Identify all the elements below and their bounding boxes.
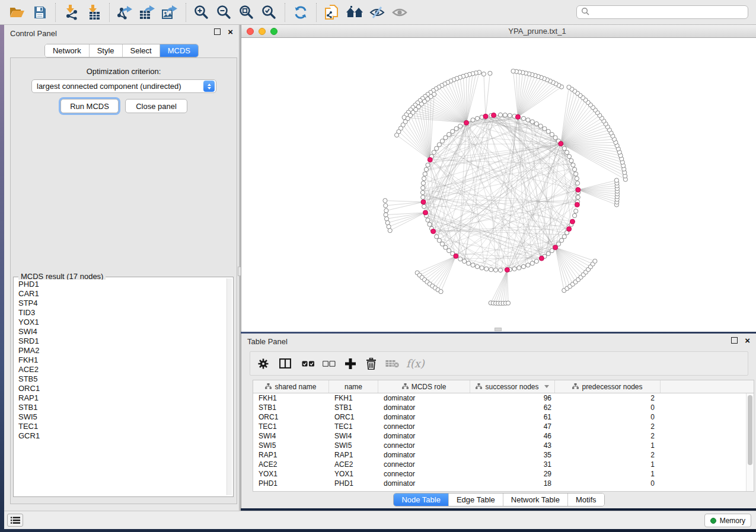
optimization-criterion-dropdown[interactable]: largest connected component (undirected) bbox=[31, 79, 216, 93]
table-cell: PHD1 bbox=[253, 479, 329, 488]
mcds-result-list[interactable]: PHD1CAR1STP4TID3YOX1SWI4SRD1PMA2FKH1ACE2… bbox=[16, 280, 226, 494]
table-cell: FKH1 bbox=[329, 394, 378, 402]
column-header-successor-nodes[interactable]: successor nodes bbox=[470, 380, 555, 393]
table-row[interactable]: ORC1ORC1dominator610 bbox=[253, 412, 746, 422]
mcds-result-node[interactable]: SRD1 bbox=[16, 336, 226, 346]
home-view-icon[interactable] bbox=[346, 4, 363, 21]
export-image-icon[interactable] bbox=[161, 4, 179, 21]
table-cell: ORC1 bbox=[253, 413, 329, 421]
mcds-result-node[interactable]: YOX1 bbox=[16, 318, 226, 327]
float-panel-icon[interactable] bbox=[214, 28, 221, 35]
mcds-result-node[interactable]: ORC1 bbox=[16, 384, 226, 393]
float-table-panel-icon[interactable] bbox=[731, 337, 738, 344]
column-header-MCDS-role[interactable]: MCDS role bbox=[378, 380, 470, 393]
table-row[interactable]: SWI4SWI4dominator462 bbox=[253, 431, 746, 441]
table-settings-gear-icon[interactable] bbox=[257, 358, 269, 370]
refresh-icon[interactable] bbox=[292, 4, 310, 21]
mcds-result-node[interactable]: GCR1 bbox=[16, 431, 226, 441]
mcds-result-node[interactable]: STP4 bbox=[16, 299, 226, 308]
table-row[interactable]: YOX1YOX1connector291 bbox=[253, 469, 746, 479]
mcds-result-node[interactable]: TEC1 bbox=[16, 422, 226, 431]
node-table-rows[interactable]: FKH1FKH1dominator962STB1STB1dominator620… bbox=[253, 393, 746, 491]
column-header-predecessor-nodes[interactable]: predecessor nodes bbox=[555, 380, 661, 393]
toolbar-search[interactable] bbox=[576, 5, 748, 19]
show-panels-list-button[interactable] bbox=[7, 514, 23, 527]
table-tab-edge-table[interactable]: Edge Table bbox=[448, 493, 503, 506]
mcds-result-node[interactable]: CAR1 bbox=[16, 289, 226, 299]
select-all-rows-icon[interactable] bbox=[302, 361, 315, 367]
open-session-icon[interactable] bbox=[8, 4, 26, 21]
mcds-result-node[interactable]: SWI4 bbox=[16, 327, 226, 336]
run-mcds-button[interactable]: Run MCDS bbox=[60, 99, 119, 113]
deselect-all-rows-icon[interactable] bbox=[323, 361, 336, 367]
zoom-selected-icon[interactable] bbox=[260, 4, 278, 21]
mcds-result-node[interactable]: PMA2 bbox=[16, 346, 226, 355]
network-view-canvas[interactable] bbox=[241, 38, 756, 332]
table-row[interactable]: ACE2ACE2connector311 bbox=[253, 460, 746, 469]
table-tab-node-table[interactable]: Node Table bbox=[394, 493, 448, 506]
tree-icon bbox=[265, 383, 272, 391]
control-panel-tabs: NetworkStyleSelectMCDS bbox=[44, 44, 199, 57]
mcds-result-node[interactable]: STB5 bbox=[16, 374, 226, 384]
close-window-icon[interactable] bbox=[247, 28, 254, 35]
export-network-icon[interactable] bbox=[116, 4, 134, 21]
tab-network[interactable]: Network bbox=[45, 44, 89, 57]
hide-selected-eye-icon[interactable] bbox=[368, 4, 386, 21]
zoom-fit-icon[interactable] bbox=[238, 4, 256, 21]
tab-style[interactable]: Style bbox=[89, 44, 122, 57]
table-row[interactable]: TEC1TEC1connector472 bbox=[253, 422, 746, 431]
table-scrollbar-thumb[interactable] bbox=[748, 395, 752, 465]
table-cell: RAP1 bbox=[253, 451, 329, 459]
mcds-result-node[interactable]: ACE2 bbox=[16, 365, 226, 374]
show-selected-eye-icon[interactable] bbox=[391, 4, 409, 21]
memory-button[interactable]: Memory bbox=[704, 514, 751, 527]
table-panel-titlebar: Table Panel × bbox=[241, 334, 756, 349]
zoom-out-icon[interactable] bbox=[215, 4, 233, 21]
toolbar-separator bbox=[55, 3, 56, 22]
sort-caret-icon[interactable] bbox=[544, 385, 549, 388]
toggle-columns-icon[interactable] bbox=[279, 358, 291, 368]
network-graph[interactable] bbox=[241, 38, 756, 332]
mcds-result-node[interactable]: PHD1 bbox=[16, 280, 226, 289]
mcds-list-scrollbar[interactable] bbox=[227, 278, 232, 495]
tab-select[interactable]: Select bbox=[122, 44, 160, 57]
table-cell: 0 bbox=[555, 479, 661, 488]
import-network-icon[interactable] bbox=[62, 4, 80, 21]
copy-style-icon[interactable] bbox=[323, 4, 341, 21]
table-row[interactable]: FKH1FKH1dominator962 bbox=[253, 393, 746, 403]
network-window-titlebar[interactable]: YPA_prune.txt_1 bbox=[241, 25, 756, 38]
tab-mcds[interactable]: MCDS bbox=[160, 44, 198, 57]
column-label: MCDS role bbox=[412, 383, 446, 391]
close-table-panel-icon[interactable]: × bbox=[745, 337, 750, 344]
table-cell: 61 bbox=[470, 413, 555, 421]
export-table-icon[interactable] bbox=[139, 4, 157, 21]
column-header-shared-name[interactable]: shared name bbox=[253, 380, 329, 393]
mcds-result-node[interactable]: RAP1 bbox=[16, 393, 226, 403]
table-tab-motifs[interactable]: Motifs bbox=[567, 493, 604, 506]
table-cell: 31 bbox=[470, 460, 555, 469]
save-session-icon[interactable] bbox=[31, 4, 49, 21]
table-row[interactable]: STB1STB1dominator620 bbox=[253, 403, 746, 412]
mcds-result-node[interactable]: SWI5 bbox=[16, 412, 226, 422]
table-row[interactable]: SWI5SWI5connector431 bbox=[253, 441, 746, 450]
table-tab-network-table[interactable]: Network Table bbox=[503, 493, 567, 506]
table-scrollbar[interactable] bbox=[746, 393, 754, 491]
mcds-result-node[interactable]: FKH1 bbox=[16, 355, 226, 365]
import-table-icon[interactable] bbox=[85, 4, 103, 21]
delete-column-icon[interactable] bbox=[366, 358, 377, 370]
table-row[interactable]: RAP1RAP1dominator352 bbox=[253, 450, 746, 460]
maximize-window-icon[interactable] bbox=[270, 28, 277, 35]
table-row[interactable]: PHD1PHD1dominator180 bbox=[253, 479, 746, 488]
table-cell: dominator bbox=[378, 432, 470, 440]
search-input[interactable] bbox=[592, 8, 748, 17]
mcds-result-node[interactable]: TID3 bbox=[16, 308, 226, 318]
table-cell: 35 bbox=[470, 451, 555, 459]
zoom-in-icon[interactable] bbox=[193, 4, 210, 21]
close-panel-icon[interactable]: × bbox=[228, 28, 233, 35]
horizontal-splitter-handle[interactable] bbox=[495, 328, 502, 331]
close-panel-button[interactable]: Close panel bbox=[125, 99, 187, 113]
minimize-window-icon[interactable] bbox=[259, 28, 266, 35]
column-header-name[interactable]: name bbox=[329, 380, 378, 393]
mcds-result-node[interactable]: STB1 bbox=[16, 403, 226, 412]
add-column-icon[interactable] bbox=[345, 358, 356, 369]
